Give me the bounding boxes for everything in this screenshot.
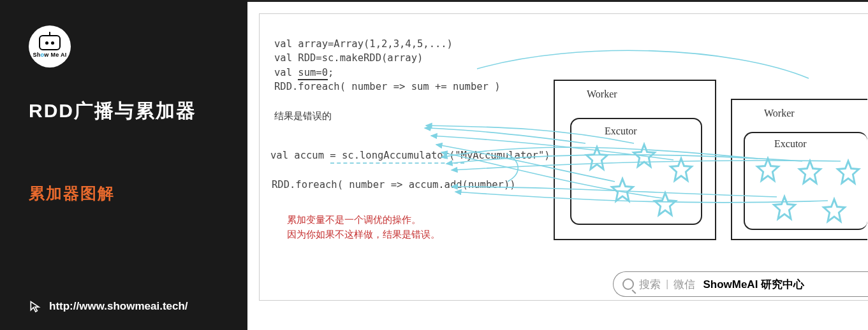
code-line: val array=Array(1,2,3,4,5,...) bbox=[274, 37, 501, 51]
worker-label: Worker bbox=[587, 89, 617, 100]
footer-link[interactable]: http://www.showmeai.tech/ bbox=[29, 299, 188, 313]
search-bar[interactable]: 搜索 | 微信 ShowMeAI 研究中心 bbox=[613, 271, 868, 297]
page-root: Show Me AI RDD广播与累加器 累加器图解 http://www.sh… bbox=[0, 0, 868, 330]
search-divider: | bbox=[666, 278, 668, 291]
search-brand-text: ShowMeAI 研究中心 bbox=[703, 277, 804, 292]
worker-label: Worker bbox=[764, 108, 795, 119]
executor-box-2: Excutor bbox=[744, 132, 867, 230]
executor-label: Excutor bbox=[605, 126, 637, 137]
page-subtitle: 累加器图解 bbox=[29, 183, 219, 204]
search-hint-1: 搜索 bbox=[639, 277, 661, 292]
star-icon bbox=[754, 156, 782, 184]
code-line: RDD.foreach( number => sum += number ) bbox=[274, 80, 501, 94]
star-icon bbox=[651, 190, 679, 219]
sidebar: Show Me AI RDD广播与累加器 累加器图解 http://www.sh… bbox=[0, 0, 247, 330]
worker-box-1: Worker Excutor bbox=[554, 80, 716, 240]
search-hint-2: 微信 bbox=[673, 277, 695, 292]
worker-box-2: Worker Excutor bbox=[731, 99, 867, 240]
footer-url-text: http://www.showmeai.tech/ bbox=[49, 300, 188, 313]
star-icon bbox=[770, 194, 798, 222]
executor-box-1: Excutor bbox=[570, 118, 702, 225]
diagram-panel: val array=Array(1,2,3,4,5,...) val RDD=s… bbox=[247, 0, 868, 330]
executor-label: Excutor bbox=[774, 138, 807, 150]
code-line: val sum=0; bbox=[274, 66, 501, 80]
code-block-top: val array=Array(1,2,3,4,5,...) val RDD=s… bbox=[274, 37, 501, 94]
note-result-wrong: 结果是错误的 bbox=[274, 110, 332, 122]
robot-icon bbox=[39, 35, 61, 50]
note-red: 累加变量不是一个调优的操作。 因为你如果不这样做，结果是错误。 bbox=[287, 212, 440, 242]
page-title: RDD广播与累加器 bbox=[29, 98, 219, 124]
cursor-icon bbox=[29, 299, 41, 313]
note-red-line: 累加变量不是一个调优的操作。 bbox=[287, 212, 440, 227]
dashed-underline bbox=[330, 162, 464, 164]
star-icon bbox=[630, 142, 658, 170]
brand-logo: Show Me AI bbox=[29, 25, 71, 68]
star-icon bbox=[583, 145, 611, 173]
brand-logo-text: Show Me AI bbox=[33, 52, 66, 58]
star-icon bbox=[834, 159, 862, 187]
code-accumulator-declare: val accum = sc.longAccumulator("MyAccumu… bbox=[270, 150, 550, 161]
underlined-text: sum=0 bbox=[298, 67, 328, 80]
code-accumulator-foreach: RDD.foreach( number => accum.add(number)… bbox=[272, 179, 516, 190]
star-icon bbox=[820, 197, 848, 225]
diagram: val array=Array(1,2,3,4,5,...) val RDD=s… bbox=[247, 2, 868, 330]
code-line: val RDD=sc.makeRDD(array) bbox=[274, 51, 501, 65]
star-icon bbox=[667, 156, 695, 184]
star-icon bbox=[608, 176, 636, 204]
note-red-line: 因为你如果不这样做，结果是错误。 bbox=[287, 227, 440, 241]
search-icon bbox=[622, 278, 634, 290]
star-icon bbox=[796, 159, 824, 187]
